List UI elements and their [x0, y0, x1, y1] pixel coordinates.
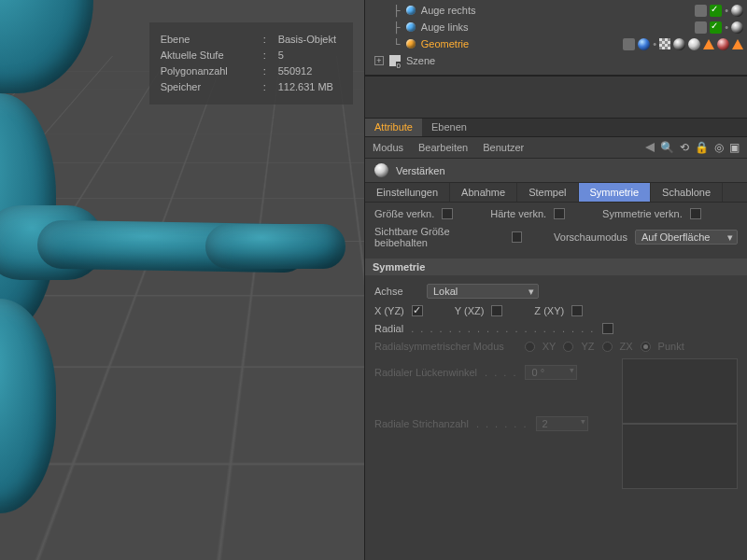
menu-bearbeiten[interactable]: Bearbeiten — [418, 142, 468, 153]
layer-dot-icon[interactable] — [695, 21, 707, 34]
uv-tag-icon[interactable] — [659, 38, 670, 49]
input-lueckenwinkel[interactable]: 0 ° — [525, 365, 577, 380]
sphere-icon — [406, 6, 416, 15]
label-groesse-verkn: Größe verkn. — [374, 208, 434, 219]
hud-poly-value: 550912 — [278, 63, 313, 79]
hud-ebene-value: Basis-Objekt — [278, 32, 336, 48]
panel-gap — [365, 76, 747, 119]
hud-stufe-value: 5 — [278, 48, 284, 63]
section-symmetrie: Symmetrie — [365, 259, 747, 275]
label-haerte-verkn: Härte verkn. — [490, 208, 546, 219]
menu-benutzer[interactable]: Benutzer — [483, 142, 524, 153]
radio-zx[interactable] — [602, 342, 613, 352]
expand-icon[interactable]: + — [374, 56, 384, 65]
om-label[interactable]: Auge links — [421, 21, 503, 33]
label-y-xz: Y (XZ) — [455, 305, 485, 316]
preview-cell[interactable] — [622, 424, 738, 489]
label-lueckenwinkel: Radialer Lückenwinkel — [374, 367, 477, 378]
hud-speicher-label: Speicher — [161, 79, 254, 95]
search-icon[interactable]: 🔍 — [660, 141, 674, 154]
symmetrie-form: Größe verkn. Härte verkn. Symmetrie verk… — [365, 203, 747, 389]
material-ball-icon[interactable] — [731, 5, 743, 17]
tab-ebenen[interactable]: Ebenen — [422, 119, 476, 136]
material-ball-icon[interactable] — [688, 38, 700, 50]
om-row-auge-links[interactable]: ├ Auge links • — [374, 19, 743, 35]
material-ball-icon[interactable] — [673, 38, 685, 50]
hud-ebene-label: Ebene — [161, 32, 254, 48]
label-vorschaumodus: Vorschaumodus — [554, 231, 627, 243]
checkbox-haerte-verkn[interactable] — [554, 208, 565, 219]
om-label[interactable]: Szene — [406, 55, 488, 66]
sculpt-model[interactable] — [0, 0, 121, 560]
subtab-schablone[interactable]: Schablone — [651, 183, 723, 202]
label-radial-modus: Radialsymmetrischer Modus — [374, 341, 504, 352]
subtab-stempel[interactable]: Stempel — [517, 183, 578, 202]
subtab-abnahme[interactable]: Abnahme — [450, 183, 517, 202]
tool-header: Verstärken — [365, 159, 747, 183]
attribute-panel: ├ Auge rechts • ├ Auge links • — [365, 0, 747, 560]
subtab-symmetrie[interactable]: Symmetrie — [579, 183, 652, 202]
visibility-toggle[interactable] — [710, 5, 722, 17]
sculpt-tag-icon[interactable] — [732, 39, 743, 49]
menu-modus[interactable]: Modus — [373, 142, 403, 153]
om-row-geometrie[interactable]: └ Geometrie • — [374, 35, 743, 52]
subtab-einstellungen[interactable]: Einstellungen — [365, 183, 450, 202]
new-window-icon[interactable]: ▣ — [729, 141, 740, 154]
sphere-icon — [406, 22, 416, 32]
checkbox-symmetrie-verkn[interactable] — [690, 208, 701, 219]
tab-attribute[interactable]: Attribute — [365, 119, 422, 136]
tool-name: Verstärken — [396, 165, 445, 176]
checkbox-z-xy[interactable] — [571, 305, 583, 316]
checkbox-sichtbare-groesse[interactable] — [512, 231, 523, 243]
object-manager[interactable]: ├ Auge rechts • ├ Auge links • — [365, 0, 747, 76]
visibility-toggle[interactable] — [710, 21, 722, 34]
viewport[interactable]: Ebene:Basis-Objekt Aktuelle Stufe:5 Poly… — [0, 0, 365, 560]
select-vorschaumodus[interactable]: Auf Oberfläche — [635, 230, 738, 245]
label-achse: Achse — [374, 286, 419, 297]
history-back-icon[interactable] — [645, 143, 655, 152]
radio-punkt[interactable] — [641, 342, 651, 352]
label-sichtbare-groesse: Sichtbare Größe beibehalten — [374, 226, 504, 248]
attribute-menubar: Modus Bearbeiten Benutzer 🔍 ⟲ 🔒 ◎ ▣ — [365, 137, 747, 159]
hud-speicher-value: 112.631 MB — [278, 79, 333, 95]
om-row-auge-rechts[interactable]: ├ Auge rechts • — [374, 2, 743, 19]
label-z-xy: Z (XY) — [534, 305, 564, 316]
om-row-szene[interactable]: + Szene — [374, 52, 743, 69]
label-symmetrie-verkn: Symmetrie verkn. — [602, 208, 683, 219]
radio-yz[interactable] — [563, 342, 573, 352]
input-strichanzahl[interactable]: 2 — [536, 416, 588, 431]
label-strichanzahl: Radiale Strichanzahl — [374, 418, 469, 429]
lock-icon[interactable]: ⟲ — [680, 141, 689, 154]
panel-tabs: Attribute Ebenen — [365, 119, 747, 137]
checkbox-groesse-verkn[interactable] — [442, 208, 453, 219]
sculpt-tag-icon[interactable] — [703, 39, 714, 49]
scene-icon — [389, 55, 401, 66]
om-label[interactable]: Geometrie — [421, 38, 503, 49]
hud-stufe-label: Aktuelle Stufe — [161, 48, 254, 63]
checkbox-radial[interactable] — [602, 323, 613, 334]
label-radial: Radial — [374, 323, 403, 334]
select-achse[interactable]: Lokal — [427, 284, 539, 299]
hud-poly-label: Polygonanzahl — [161, 63, 254, 79]
checkbox-y-xz[interactable] — [491, 305, 502, 316]
radio-xy[interactable] — [525, 342, 535, 352]
material-ball-icon[interactable] — [638, 38, 650, 50]
checkbox-x-yz[interactable] — [412, 305, 423, 316]
material-ball-icon[interactable] — [717, 38, 729, 50]
layer-dot-icon[interactable] — [623, 38, 635, 50]
poly-icon — [406, 39, 416, 49]
label-x-yz: X (YZ) — [374, 305, 404, 316]
tool-subtabs: Einstellungen Abnahme Stempel Symmetrie … — [365, 183, 747, 203]
brush-icon — [374, 163, 388, 177]
lock-icon[interactable]: 🔒 — [695, 141, 709, 154]
viewport-hud: Ebene:Basis-Objekt Aktuelle Stufe:5 Poly… — [149, 22, 353, 105]
om-label[interactable]: Auge rechts — [421, 5, 503, 16]
layer-dot-icon[interactable] — [695, 5, 707, 17]
material-ball-icon[interactable] — [731, 21, 743, 34]
target-icon[interactable]: ◎ — [714, 141, 724, 154]
